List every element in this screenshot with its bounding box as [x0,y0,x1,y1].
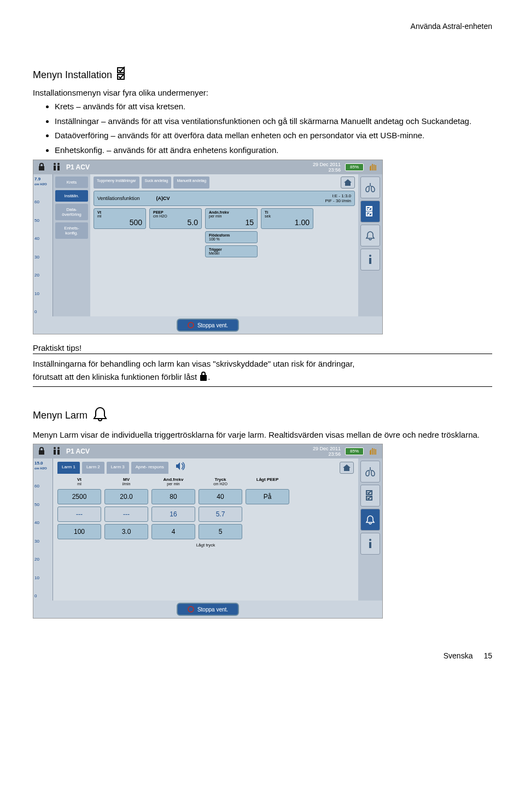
section-larm-body: Menyn Larm visar de individuella trigger… [33,429,492,440]
svg-point-4 [57,163,60,165]
patient-icon [52,162,62,172]
bell-icon [92,405,108,426]
device-screenshot-1: P1 ACV 29 Dec 201123:56 85% 7.9cm H2O 60… [33,160,383,334]
hdr-vt: Vtml [57,477,101,486]
stop-vent-button[interactable]: Stoppa vent. [177,319,239,332]
cell-tryck-hi[interactable]: 40 [199,489,242,504]
tab-larm1[interactable]: Larm 1 [57,462,80,474]
topbar: P1 ACV 29 Dec 201123:56 85% [33,444,382,458]
scale-current: 7.9cm H2O [34,176,51,186]
speaker-icon[interactable] [175,462,186,474]
cell-mv-hi[interactable]: 20.0 [104,489,148,504]
rnav-lungs-icon[interactable] [360,176,380,198]
section-installation-label: Menyn Installation [33,69,112,81]
cell-mv-lo[interactable]: 3.0 [104,524,148,539]
hand-icon [368,162,378,172]
larm-headers: Vtml MVl/min And.frekvper min Tryckcm H2… [57,476,354,487]
tab-larm3[interactable]: Larm 3 [107,462,129,474]
svg-point-2 [54,163,56,165]
rnav-alarm-icon[interactable] [360,225,380,246]
scale-current: 15.0cm H2O [34,461,51,470]
chip-manuellt[interactable]: Manuellt andetag [173,176,209,189]
ie-pif: I:E - 1:3.0PIF - 30 l/min [325,193,351,203]
vfunc-label: Ventilationsfunktion [97,196,140,201]
lock-icon [199,370,208,385]
chip-toppmeny[interactable]: Toppmeny inställningar [94,176,139,189]
tab-larm2[interactable]: Larm 2 [82,462,104,474]
right-nav [358,174,382,316]
param-andnfrekv[interactable]: Andn.frekvper min15 [205,208,258,229]
home-icon [343,179,352,186]
sidenav-krets[interactable]: Krets [55,176,88,188]
chip-suck[interactable]: Suck andetag [142,176,172,189]
lagt-tryck-caption: Lågt tryck [57,543,354,548]
section-larm-title: Menyn Larm [33,405,108,426]
bullet-krets: Krets – används för att visa kretsen. [55,101,492,113]
cell-af-hi[interactable]: 80 [151,489,195,504]
cell-vt-lo[interactable]: 100 [57,524,101,539]
rnav-settings-icon[interactable] [360,485,380,507]
cell-lagtpeep[interactable]: På [246,489,289,504]
param-peep[interactable]: PEEPcm H2O5.0 [149,208,202,229]
topbar: P1 ACV 29 Dec 201123:56 85% [33,160,382,174]
cell-af-lo[interactable]: 4 [151,524,195,539]
vfunc-value: (A)CV [156,196,170,201]
lock-icon [38,446,48,456]
pressure-scale: 15.0cm H2O 60 50 40 30 20 10 0 [33,458,53,601]
section-installation-intro: Installationsmenyn visar fyra olika unde… [33,87,492,98]
stop-vent-button[interactable]: Stoppa vent. [177,603,239,616]
cell-tryck-lo[interactable]: 5 [199,524,242,539]
rnav-info-icon[interactable] [360,249,380,270]
program-label: P1 ACV [66,163,90,171]
bottom-bar: Stoppa vent. [33,316,382,334]
tab-apne[interactable]: Apné- respons [131,462,168,474]
content-area: Larm 1 Larm 2 Larm 3 Apné- respons Vtml … [53,458,358,601]
home-button[interactable] [341,176,355,189]
section-installation-bullets: Krets – används för att visa kretsen. In… [33,101,492,156]
rnav-info-icon[interactable] [360,533,380,555]
cell-tryck-cur: 5.7 [199,507,242,522]
svg-point-8 [369,255,371,257]
sidenav-dataoverforing[interactable]: Data- överföring [55,204,88,220]
home-icon [342,464,351,472]
larm-row-upper: 2500 20.0 80 40 På [57,489,354,504]
hand-icon [368,446,378,456]
param-flodesform[interactable]: Flödesform100 % [205,231,258,243]
rnav-alarm-icon[interactable] [360,509,380,531]
page-footer: Svenska 15 [33,651,492,660]
cell-vt-hi[interactable]: 2500 [57,489,101,504]
hdr-tryck: Tryckcm H2O [199,477,242,486]
bullet-installningar: Inställningar – används för att visa ven… [55,115,492,128]
tip-title: Praktiskt tips! [33,343,492,352]
sidenav: Krets Inställn. Data- överföring Enhets-… [53,174,90,316]
param-trigger[interactable]: TriggerMedel [205,245,258,257]
sidenav-installn[interactable]: Inställn. [55,190,88,202]
home-button[interactable] [340,462,354,474]
rnav-lungs-icon[interactable] [360,461,380,483]
svg-rect-9 [369,258,371,264]
bottom-bar: Stoppa vent. [33,601,382,618]
param-vt[interactable]: Vtml500 [94,208,146,229]
svg-rect-17 [369,542,371,548]
param-ti[interactable]: Tisek1.00 [261,208,313,229]
svg-rect-13 [57,450,60,455]
larm-row-lower: 100 3.0 4 5 [57,524,354,539]
stop-icon [188,606,194,613]
svg-rect-5 [57,166,60,170]
larm-tabs: Larm 1 Larm 2 Larm 3 Apné- respons [57,462,354,474]
right-nav [358,458,382,601]
battery-icon: 85% [345,448,364,455]
datetime: 29 Dec 201123:56 [313,446,341,457]
hdr-andfrekv: And.frekvper min [151,477,195,486]
lock-icon [38,162,48,172]
bullet-enhetskonfig: Enhetskonfig. – används för att ändra en… [55,144,492,157]
patient-icon [52,446,62,456]
divider [33,354,492,354]
hdr-lagtpeep: Lågt PEEP [246,477,289,486]
rnav-settings-icon[interactable] [360,201,380,222]
sidenav-enhetskonfig[interactable]: Enhets- konfig. [55,222,88,239]
hdr-mv: MVl/min [104,477,148,486]
ventilation-function[interactable]: Ventilationsfunktion (A)CV I:E - 1:3.0PI… [94,191,355,206]
device-screenshot-2: P1 ACV 29 Dec 201123:56 85% 15.0cm H2O 6… [33,444,383,619]
cell-af-cur: 16 [151,507,195,522]
